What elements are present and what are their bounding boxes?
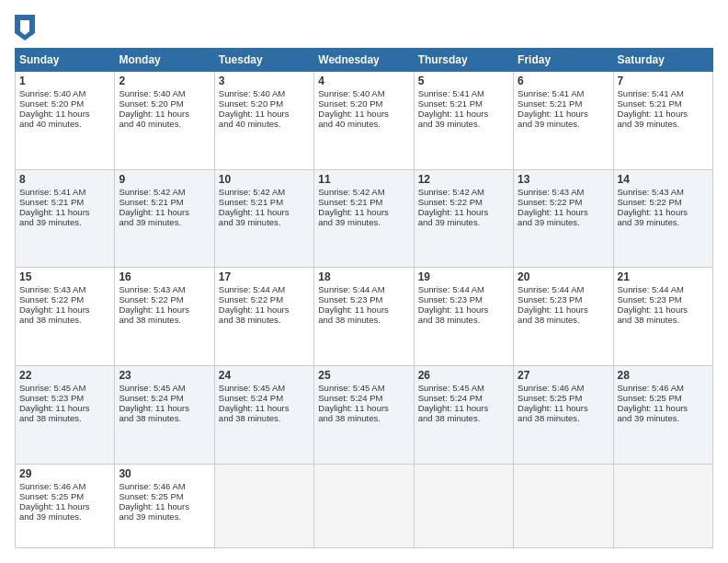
day-number: 13	[518, 173, 609, 186]
calendar-cell: 23Sunrise: 5:45 AMSunset: 5:24 PMDayligh…	[115, 366, 214, 465]
day-info-line: Daylight: 11 hours	[318, 207, 409, 217]
day-info-line: Sunrise: 5:42 AM	[318, 187, 409, 197]
day-info-line: and 39 minutes.	[119, 217, 210, 227]
day-info-line: Sunset: 5:25 PM	[618, 393, 709, 403]
day-info-line: Daylight: 11 hours	[518, 109, 609, 119]
day-info-line: and 38 minutes.	[418, 315, 509, 325]
day-info-line: Sunrise: 5:42 AM	[119, 187, 210, 197]
day-number: 2	[119, 75, 210, 87]
header-row: SundayMondayTuesdayWednesdayThursdayFrid…	[16, 49, 713, 72]
day-info-line: Sunrise: 5:46 AM	[119, 481, 210, 491]
calendar-cell	[514, 464, 613, 547]
day-info-line: and 39 minutes.	[418, 217, 509, 227]
calendar-cell: 27Sunrise: 5:46 AMSunset: 5:25 PMDayligh…	[514, 366, 613, 465]
day-info-line: Sunset: 5:21 PM	[19, 197, 110, 207]
day-info-line: Sunrise: 5:46 AM	[518, 383, 609, 393]
day-number: 27	[518, 369, 609, 382]
calendar-cell: 28Sunrise: 5:46 AMSunset: 5:25 PMDayligh…	[613, 366, 712, 465]
day-info-line: Sunrise: 5:40 AM	[19, 88, 110, 98]
day-number: 30	[119, 467, 210, 480]
day-info-line: and 38 minutes.	[119, 315, 210, 325]
calendar-cell: 8Sunrise: 5:41 AMSunset: 5:21 PMDaylight…	[16, 169, 115, 268]
day-info-line: Sunrise: 5:41 AM	[418, 88, 509, 98]
day-number: 28	[618, 369, 709, 382]
day-info-line: and 38 minutes.	[418, 413, 509, 423]
day-number: 3	[219, 75, 310, 87]
day-info-line: Sunrise: 5:42 AM	[418, 187, 509, 197]
day-number: 19	[418, 270, 509, 283]
col-header-tuesday: Tuesday	[214, 49, 313, 72]
calendar-cell: 12Sunrise: 5:42 AMSunset: 5:22 PMDayligh…	[414, 169, 513, 268]
logo-icon	[15, 15, 35, 40]
calendar-cell: 26Sunrise: 5:45 AMSunset: 5:24 PMDayligh…	[414, 366, 513, 465]
day-info-line: and 38 minutes.	[219, 315, 310, 325]
calendar-cell: 30Sunrise: 5:46 AMSunset: 5:25 PMDayligh…	[115, 464, 214, 547]
day-number: 24	[219, 369, 310, 382]
day-info-line: Daylight: 11 hours	[518, 403, 609, 413]
day-info-line: Sunset: 5:24 PM	[318, 393, 409, 403]
calendar-cell	[414, 464, 513, 547]
day-info-line: Sunrise: 5:40 AM	[219, 88, 310, 98]
col-header-friday: Friday	[514, 49, 613, 72]
calendar-cell: 20Sunrise: 5:44 AMSunset: 5:23 PMDayligh…	[514, 268, 613, 366]
day-info-line: Sunrise: 5:43 AM	[518, 187, 609, 197]
day-info-line: and 39 minutes.	[618, 119, 709, 129]
calendar-cell: 15Sunrise: 5:43 AMSunset: 5:22 PMDayligh…	[16, 268, 115, 366]
day-info-line: Sunset: 5:23 PM	[19, 393, 110, 403]
week-row-1: 1Sunrise: 5:40 AMSunset: 5:20 PMDaylight…	[16, 72, 713, 170]
day-info-line: Sunrise: 5:40 AM	[318, 88, 409, 98]
day-info-line: Daylight: 11 hours	[219, 109, 310, 119]
day-info-line: Sunset: 5:21 PM	[618, 98, 709, 109]
week-row-2: 8Sunrise: 5:41 AMSunset: 5:21 PMDaylight…	[16, 169, 713, 268]
day-info-line: and 39 minutes.	[219, 217, 310, 227]
day-info-line: Sunset: 5:22 PM	[418, 197, 509, 207]
day-info-line: and 40 minutes.	[19, 119, 110, 129]
day-info-line: Daylight: 11 hours	[19, 304, 110, 315]
day-info-line: Daylight: 11 hours	[618, 109, 709, 119]
day-info-line: Daylight: 11 hours	[418, 207, 509, 217]
day-number: 26	[418, 369, 509, 382]
day-info-line: Sunrise: 5:46 AM	[19, 481, 110, 491]
day-info-line: Sunset: 5:24 PM	[119, 393, 210, 403]
calendar-cell: 22Sunrise: 5:45 AMSunset: 5:23 PMDayligh…	[16, 366, 115, 465]
calendar-cell	[214, 464, 313, 547]
day-info-line: Sunset: 5:23 PM	[418, 294, 509, 304]
calendar-cell: 13Sunrise: 5:43 AMSunset: 5:22 PMDayligh…	[514, 169, 613, 268]
day-info-line: and 38 minutes.	[318, 315, 409, 325]
calendar-cell: 18Sunrise: 5:44 AMSunset: 5:23 PMDayligh…	[314, 268, 414, 366]
day-info-line: Sunset: 5:24 PM	[418, 393, 509, 403]
calendar-cell: 16Sunrise: 5:43 AMSunset: 5:22 PMDayligh…	[115, 268, 214, 366]
day-info-line: Sunset: 5:21 PM	[119, 197, 210, 207]
calendar-cell: 2Sunrise: 5:40 AMSunset: 5:20 PMDaylight…	[115, 72, 214, 170]
day-info-line: Sunset: 5:21 PM	[518, 98, 609, 109]
day-info-line: Sunrise: 5:45 AM	[119, 383, 210, 393]
day-info-line: Daylight: 11 hours	[618, 207, 709, 217]
header	[15, 15, 713, 40]
day-number: 17	[219, 270, 310, 283]
day-info-line: Daylight: 11 hours	[318, 403, 409, 413]
day-info-line: Sunset: 5:21 PM	[418, 98, 509, 109]
day-info-line: and 39 minutes.	[318, 217, 409, 227]
day-info-line: Sunset: 5:20 PM	[119, 98, 210, 109]
day-number: 11	[318, 173, 409, 186]
day-number: 12	[418, 173, 509, 186]
week-row-5: 29Sunrise: 5:46 AMSunset: 5:25 PMDayligh…	[16, 464, 713, 547]
day-info-line: and 39 minutes.	[119, 511, 210, 522]
day-info-line: and 38 minutes.	[219, 413, 310, 423]
day-info-line: Daylight: 11 hours	[518, 304, 609, 315]
calendar-cell: 5Sunrise: 5:41 AMSunset: 5:21 PMDaylight…	[414, 72, 513, 170]
calendar-cell: 6Sunrise: 5:41 AMSunset: 5:21 PMDaylight…	[514, 72, 613, 170]
day-info-line: and 38 minutes.	[318, 413, 409, 423]
day-info-line: and 40 minutes.	[119, 119, 210, 129]
calendar-cell: 7Sunrise: 5:41 AMSunset: 5:21 PMDaylight…	[613, 72, 712, 170]
day-info-line: Sunset: 5:22 PM	[219, 294, 310, 304]
day-number: 21	[618, 270, 709, 283]
calendar-cell: 3Sunrise: 5:40 AMSunset: 5:20 PMDaylight…	[214, 72, 313, 170]
day-info-line: Daylight: 11 hours	[119, 403, 210, 413]
day-number: 5	[418, 75, 509, 87]
day-number: 6	[518, 75, 609, 87]
week-row-4: 22Sunrise: 5:45 AMSunset: 5:23 PMDayligh…	[16, 366, 713, 465]
day-info-line: Daylight: 11 hours	[19, 109, 110, 119]
day-info-line: Sunset: 5:22 PM	[618, 197, 709, 207]
day-info-line: Sunset: 5:22 PM	[19, 294, 110, 304]
